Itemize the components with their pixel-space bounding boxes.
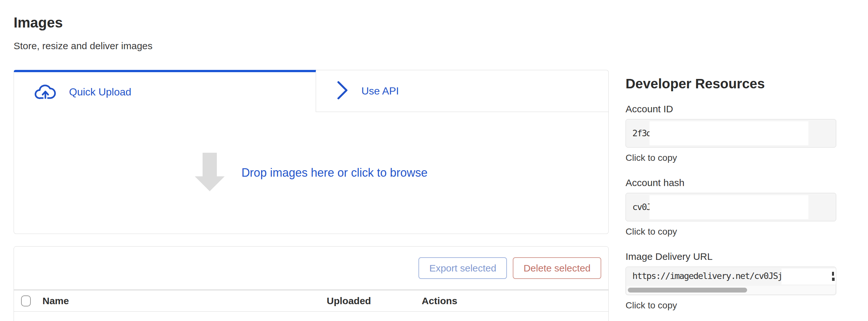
select-all-checkbox[interactable] [21, 295, 31, 307]
table-empty-area [14, 312, 609, 321]
export-selected-button[interactable]: Export selected [418, 257, 507, 279]
table-header-row: Name Uploaded Actions [14, 290, 609, 312]
redaction-overlay [781, 269, 836, 284]
account-hash-copy-field[interactable]: cv0J [625, 193, 836, 221]
image-delivery-url-copy-field[interactable]: https://imagedelivery.net/cv0JSj [625, 266, 836, 295]
images-page: Images Store, resize and deliver images … [0, 0, 868, 321]
account-id-label: Account ID [625, 104, 837, 114]
list-toolbar: Export selected Delete selected [14, 247, 609, 290]
tab-use-api[interactable]: Use API [316, 70, 609, 112]
developer-resources-panel: Developer Resources Account ID 2f3d Clic… [625, 0, 837, 311]
horizontal-scrollbar-thumb[interactable] [628, 288, 747, 292]
image-delivery-url-label: Image Delivery URL [625, 251, 837, 262]
redacted-char-fragment [831, 271, 834, 282]
column-header-uploaded: Uploaded [327, 295, 371, 307]
account-hash-copy-helper: Click to copy [625, 226, 837, 237]
horizontal-scrollbar-track [626, 286, 835, 294]
delete-selected-button[interactable]: Delete selected [513, 257, 601, 279]
account-id-value: 2f3d [632, 119, 651, 147]
page-subtitle: Store, resize and deliver images [13, 40, 609, 52]
account-id-copy-helper: Click to copy [625, 153, 837, 163]
redaction-overlay [650, 195, 808, 219]
image-delivery-url-copy-helper: Click to copy [625, 300, 837, 311]
arrow-down-icon [195, 153, 225, 193]
redaction-overlay [650, 121, 808, 145]
account-id-copy-field[interactable]: 2f3d [625, 119, 836, 148]
chevron-right-icon [337, 80, 348, 101]
cloud-upload-icon [35, 82, 56, 102]
image-dropzone[interactable]: Drop images here or click to browse [13, 112, 609, 234]
developer-resources-heading: Developer Resources [625, 77, 837, 91]
account-hash-label: Account hash [625, 177, 837, 188]
dropzone-text: Drop images here or click to browse [242, 166, 428, 180]
page-title: Images [13, 15, 609, 30]
dropzone-content: Drop images here or click to browse [195, 153, 428, 193]
image-delivery-url-value: https://imagedelivery.net/cv0JSj [632, 267, 782, 285]
account-hash-value: cv0J [632, 193, 651, 221]
main-column: Images Store, resize and deliver images … [13, 0, 609, 321]
column-header-actions: Actions [422, 295, 457, 307]
upload-tabs: Quick Upload Use API [13, 70, 609, 112]
tab-use-api-label: Use API [362, 85, 399, 97]
image-list-card: Export selected Delete selected Name Upl… [13, 246, 609, 321]
tab-quick-upload[interactable]: Quick Upload [13, 70, 316, 112]
column-header-name: Name [42, 295, 69, 307]
tab-quick-upload-label: Quick Upload [69, 86, 131, 98]
